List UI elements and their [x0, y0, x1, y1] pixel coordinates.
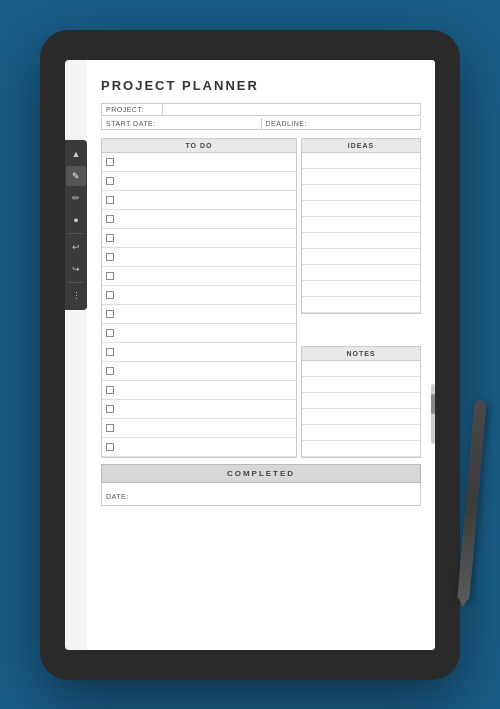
- checkbox-5[interactable]: [106, 234, 114, 242]
- note-line[interactable]: [302, 409, 420, 425]
- project-label: PROJECT:: [102, 104, 162, 115]
- toolbar-pencil-btn[interactable]: ✏: [66, 188, 86, 208]
- right-column: IDEAS: [301, 138, 421, 458]
- notes-lines: [301, 361, 421, 458]
- project-value[interactable]: [162, 104, 420, 115]
- checkbox-6[interactable]: [106, 253, 114, 261]
- idea-line[interactable]: [302, 185, 420, 201]
- checkbox-13[interactable]: [106, 386, 114, 394]
- device: ▲ ✎ ✏ ● ↩ ↪ ⋮ PROJECT PLANNER PROJECT: S…: [40, 30, 460, 680]
- checkbox-1[interactable]: [106, 158, 114, 166]
- stylus: [457, 399, 486, 599]
- todo-item[interactable]: [102, 210, 296, 229]
- todo-item[interactable]: [102, 438, 296, 457]
- checkbox-16[interactable]: [106, 443, 114, 451]
- todo-item[interactable]: [102, 229, 296, 248]
- checkbox-2[interactable]: [106, 177, 114, 185]
- note-line[interactable]: [302, 441, 420, 457]
- project-field-row: PROJECT:: [101, 103, 421, 116]
- note-line[interactable]: [302, 425, 420, 441]
- checkbox-9[interactable]: [106, 310, 114, 318]
- todo-column: TO DO: [101, 138, 297, 458]
- checkbox-11[interactable]: [106, 348, 114, 356]
- todo-item[interactable]: [102, 381, 296, 400]
- todo-item[interactable]: [102, 343, 296, 362]
- main-grid: TO DO: [101, 138, 421, 458]
- note-line[interactable]: [302, 393, 420, 409]
- note-line[interactable]: [302, 377, 420, 393]
- todo-item[interactable]: [102, 153, 296, 172]
- checkbox-7[interactable]: [106, 272, 114, 280]
- ideas-section: IDEAS: [301, 138, 421, 342]
- todo-item[interactable]: [102, 305, 296, 324]
- screen: ▲ ✎ ✏ ● ↩ ↪ ⋮ PROJECT PLANNER PROJECT: S…: [65, 60, 435, 650]
- idea-line[interactable]: [302, 153, 420, 169]
- idea-line[interactable]: [302, 297, 420, 313]
- scroll-indicator[interactable]: [431, 384, 435, 444]
- checkbox-8[interactable]: [106, 291, 114, 299]
- deadline-field: DEADLINE:: [261, 118, 421, 129]
- date-label: DATE:: [106, 493, 129, 500]
- page-title: PROJECT PLANNER: [101, 78, 421, 93]
- toolbar-redo-btn[interactable]: ↪: [66, 259, 86, 279]
- toolbar-eraser-btn[interactable]: ●: [66, 210, 86, 230]
- deadline-label: DEADLINE:: [262, 118, 322, 129]
- date-row: DATE:: [101, 483, 421, 506]
- checkbox-10[interactable]: [106, 329, 114, 337]
- toolbar-more-btn[interactable]: ⋮: [66, 286, 86, 306]
- idea-line[interactable]: [302, 249, 420, 265]
- todo-item[interactable]: [102, 324, 296, 343]
- notes-header: NOTES: [301, 346, 421, 361]
- todo-item[interactable]: [102, 419, 296, 438]
- ideas-header: IDEAS: [301, 138, 421, 153]
- idea-line[interactable]: [302, 233, 420, 249]
- toolbar-undo-btn[interactable]: ↩: [66, 237, 86, 257]
- note-line[interactable]: [302, 361, 420, 377]
- todo-item[interactable]: [102, 267, 296, 286]
- notes-section: NOTES: [301, 346, 421, 458]
- todo-item[interactable]: [102, 172, 296, 191]
- idea-line[interactable]: [302, 217, 420, 233]
- toolbar: ▲ ✎ ✏ ● ↩ ↪ ⋮: [65, 140, 87, 310]
- todo-header: TO DO: [101, 138, 297, 153]
- date-deadline-row: START DATE: DEADLINE:: [101, 118, 421, 130]
- start-date-label: START DATE:: [102, 118, 162, 129]
- todo-item[interactable]: [102, 400, 296, 419]
- completed-bar[interactable]: COMPLETED: [101, 464, 421, 483]
- checkbox-15[interactable]: [106, 424, 114, 432]
- idea-line[interactable]: [302, 201, 420, 217]
- scroll-thumb[interactable]: [431, 394, 435, 414]
- checkbox-12[interactable]: [106, 367, 114, 375]
- toolbar-divider: [69, 233, 83, 234]
- start-date-field: START DATE:: [102, 118, 261, 129]
- todo-list: [101, 153, 297, 458]
- toolbar-pen-btn[interactable]: ✎: [66, 166, 86, 186]
- checkbox-3[interactable]: [106, 196, 114, 204]
- todo-item[interactable]: [102, 362, 296, 381]
- idea-line[interactable]: [302, 265, 420, 281]
- checkbox-4[interactable]: [106, 215, 114, 223]
- toolbar-divider-2: [69, 282, 83, 283]
- idea-line[interactable]: [302, 281, 420, 297]
- checkbox-14[interactable]: [106, 405, 114, 413]
- page: PROJECT PLANNER PROJECT: START DATE: DEA…: [87, 60, 435, 650]
- todo-item[interactable]: [102, 286, 296, 305]
- toolbar-up-btn[interactable]: ▲: [66, 144, 86, 164]
- todo-item[interactable]: [102, 248, 296, 267]
- idea-line[interactable]: [302, 169, 420, 185]
- stylus-tip: [458, 597, 469, 608]
- todo-item[interactable]: [102, 191, 296, 210]
- ideas-lines: [301, 153, 421, 314]
